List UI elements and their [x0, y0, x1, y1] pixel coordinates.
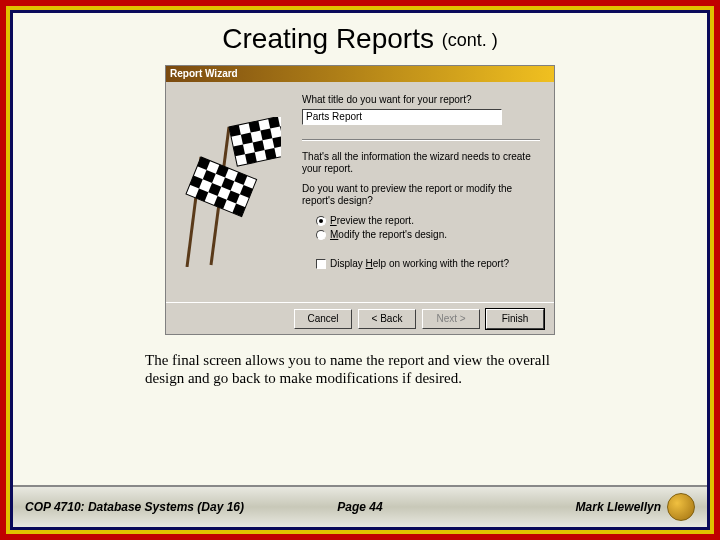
radio-modify-design[interactable]: Modify the report's design.: [316, 229, 540, 240]
svg-rect-11: [245, 152, 257, 164]
svg-rect-8: [233, 144, 245, 156]
svg-rect-4: [268, 117, 280, 128]
slide-title-suffix: (cont. ): [442, 30, 498, 50]
slide-outer-red: Creating Reports (cont. ) Report Wizard: [0, 0, 720, 540]
radio-icon: [316, 216, 326, 226]
radio-preview-label: Preview the report.: [330, 215, 414, 226]
slide-outer-yellow: Creating Reports (cont. ) Report Wizard: [6, 6, 714, 534]
next-button[interactable]: Next >: [422, 309, 480, 329]
wizard-divider: [302, 139, 540, 141]
slide-caption: The final screen allows you to name the …: [145, 351, 575, 387]
report-wizard-dialog: Report Wizard: [165, 65, 555, 335]
checkered-flag-icon: [181, 117, 281, 267]
wizard-button-row: Cancel < Back Next > Finish: [166, 302, 554, 334]
cancel-button[interactable]: Cancel: [294, 309, 352, 329]
svg-rect-5: [241, 133, 253, 145]
slide-title: Creating Reports (cont. ): [13, 13, 707, 61]
svg-rect-12: [265, 148, 277, 160]
slide-footer: COP 4710: Database Systems (Day 16) Page…: [13, 485, 707, 527]
wizard-title-question: What title do you want for your report?: [302, 94, 540, 105]
wizard-titlebar: Report Wizard: [166, 66, 554, 82]
svg-rect-6: [260, 128, 272, 140]
ucf-logo-icon: [667, 493, 695, 521]
wizard-content-pane: What title do you want for your report? …: [296, 82, 554, 302]
svg-rect-9: [253, 140, 265, 152]
wizard-info-text: That's all the information the wizard ne…: [302, 151, 540, 175]
finish-button[interactable]: Finish: [486, 309, 544, 329]
footer-course: COP 4710: Database Systems (Day 16): [25, 500, 248, 514]
radio-preview-report[interactable]: Preview the report.: [316, 215, 540, 226]
svg-rect-2: [229, 125, 241, 137]
wizard-preview-question: Do you want to preview the report or mod…: [302, 183, 540, 207]
wizard-graphic-pane: [166, 82, 296, 302]
checkbox-icon: [316, 259, 326, 269]
wizard-body: What title do you want for your report? …: [166, 82, 554, 302]
report-title-input[interactable]: Parts Report: [302, 109, 502, 125]
footer-author: Mark Llewellyn: [576, 500, 661, 514]
slide-body: Creating Reports (cont. ) Report Wizard: [10, 10, 710, 530]
svg-rect-3: [249, 121, 261, 133]
checkbox-help-label: Display Help on working with the report?: [330, 258, 509, 269]
radio-modify-label: Modify the report's design.: [330, 229, 447, 240]
checkbox-display-help[interactable]: Display Help on working with the report?: [316, 258, 540, 269]
back-button[interactable]: < Back: [358, 309, 416, 329]
footer-page: Page 44: [248, 500, 471, 514]
radio-icon: [316, 230, 326, 240]
slide-title-main: Creating Reports: [222, 23, 434, 54]
